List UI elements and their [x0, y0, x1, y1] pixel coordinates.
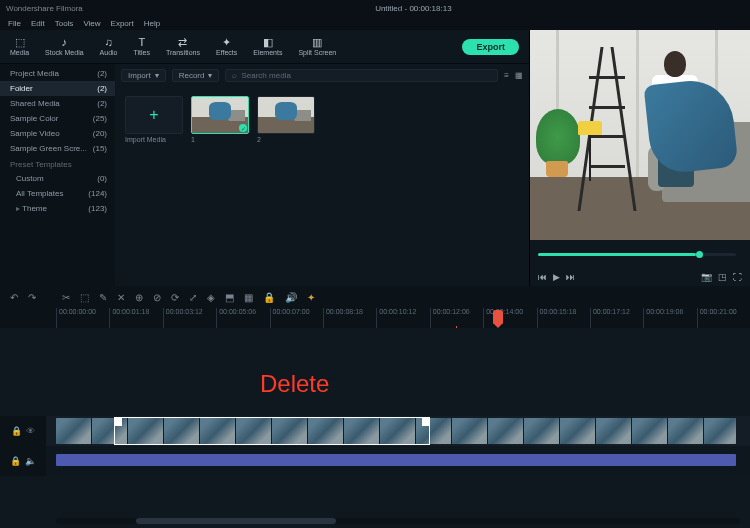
- sidebar-category: Preset Templates: [0, 156, 115, 171]
- speed-button[interactable]: ⊘: [153, 292, 161, 303]
- sort-icon[interactable]: ≡: [504, 71, 509, 80]
- media-controls: Import▾ Record▾ ⌕Search media ≡ ▦: [115, 64, 529, 86]
- import-media-tile[interactable]: + Import Media: [125, 96, 183, 143]
- sidebar-item-custom[interactable]: Custom(0): [0, 171, 115, 186]
- menu-bar: File Edit Tools View Export Help: [0, 16, 750, 30]
- tab-transitions[interactable]: ⇄Transitions: [166, 37, 200, 56]
- chevron-down-icon: ▾: [155, 71, 159, 80]
- lock-icon[interactable]: 🔒: [11, 426, 22, 436]
- sidebar-item-folder[interactable]: Folder(2): [0, 81, 115, 96]
- search-icon: ⌕: [232, 71, 237, 80]
- sidebar-item-shared-media[interactable]: Shared Media(2): [0, 96, 115, 111]
- audio-icon: ♫: [104, 37, 112, 48]
- tab-stock-media[interactable]: ♪Stock Media: [45, 37, 84, 56]
- menu-view[interactable]: View: [83, 19, 100, 28]
- rotate-button[interactable]: ⟳: [171, 292, 179, 303]
- effects-icon: ✦: [222, 37, 231, 48]
- timeline-ruler[interactable]: 00:00:00:00 00:00:01:18 00:00:03:12 00:0…: [0, 308, 750, 328]
- sidebar-item-sample-video[interactable]: Sample Video(20): [0, 126, 115, 141]
- ruler-tick: 00:00:01:18: [109, 308, 162, 328]
- edit-button[interactable]: ✎: [99, 292, 107, 303]
- split-icon: ▥: [312, 37, 322, 48]
- tab-audio[interactable]: ♫Audio: [100, 37, 118, 56]
- color-button[interactable]: ◈: [207, 292, 215, 303]
- menu-tools[interactable]: Tools: [55, 19, 74, 28]
- preview-scrubber[interactable]: [538, 253, 736, 256]
- playhead[interactable]: [456, 310, 457, 328]
- grid-view-icon[interactable]: ▦: [515, 71, 523, 80]
- ruler-tick: 00:00:05:06: [216, 308, 269, 328]
- titles-icon: T: [138, 37, 145, 48]
- eye-icon[interactable]: 👁: [26, 426, 35, 436]
- volume-button[interactable]: 🔊: [285, 292, 297, 303]
- track-head-video[interactable]: 🔒 👁: [0, 416, 46, 446]
- audio-track[interactable]: 🔒 🔈: [0, 446, 750, 476]
- title-bar: Wondershare Filmora Untitled - 00:00:18:…: [0, 0, 750, 16]
- tab-split-screen[interactable]: ▥Split Screen: [298, 37, 336, 56]
- lock-button[interactable]: 🔒: [263, 292, 275, 303]
- video-track[interactable]: 🔒 👁: [0, 416, 750, 446]
- app-title: Wondershare Filmora: [6, 4, 83, 13]
- prev-frame-button[interactable]: ⏮: [538, 272, 547, 282]
- ruler-tick: 00:00:00:00: [56, 308, 109, 328]
- grid-button[interactable]: ▦: [244, 292, 253, 303]
- ruler-tick: 00:00:14:00: [483, 308, 536, 328]
- chevron-down-icon: ▾: [208, 71, 212, 80]
- timeline-tracks: Delete 🔒 👁 🔒 🔈: [0, 328, 750, 528]
- mute-icon[interactable]: 🔈: [25, 456, 36, 466]
- fullscreen-button[interactable]: ⛶: [733, 272, 742, 282]
- add-button[interactable]: ⊕: [135, 292, 143, 303]
- tab-titles[interactable]: TTitles: [134, 37, 150, 56]
- timeline-scrollbar[interactable]: [56, 518, 740, 524]
- audio-clip[interactable]: [56, 454, 736, 466]
- ruler-tick: 00:00:19:06: [643, 308, 696, 328]
- menu-edit[interactable]: Edit: [31, 19, 45, 28]
- menu-file[interactable]: File: [8, 19, 21, 28]
- playhead-icon: [493, 310, 503, 324]
- ruler-tick: 00:00:08:18: [323, 308, 376, 328]
- next-frame-button[interactable]: ⏭: [566, 272, 575, 282]
- play-button[interactable]: ▶: [553, 272, 560, 282]
- sidebar-item-theme[interactable]: ▸ Theme(123): [0, 201, 115, 216]
- ruler-tick: 00:00:21:00: [697, 308, 750, 328]
- menu-help[interactable]: Help: [144, 19, 160, 28]
- search-input[interactable]: ⌕Search media: [225, 69, 498, 82]
- clip-selection[interactable]: [114, 417, 430, 445]
- media-icon: ⬚: [15, 37, 25, 48]
- quality-button[interactable]: ◳: [718, 272, 727, 282]
- tab-media[interactable]: ⬚Media: [10, 37, 29, 56]
- annotation-delete: Delete: [260, 370, 329, 398]
- tab-effects[interactable]: ✦Effects: [216, 37, 237, 56]
- media-thumbnails: + Import Media ✓ 1 2: [115, 86, 529, 286]
- project-label: Untitled - 00:00:18:13: [83, 4, 744, 13]
- media-thumb-2[interactable]: 2: [257, 96, 315, 143]
- undo-button[interactable]: ↶: [10, 292, 18, 303]
- redo-button[interactable]: ↷: [28, 292, 36, 303]
- menu-export[interactable]: Export: [111, 19, 134, 28]
- sidebar-item-project-media[interactable]: Project Media(2): [0, 66, 115, 81]
- sidebar-item-sample-color[interactable]: Sample Color(25): [0, 111, 115, 126]
- lock-icon[interactable]: 🔒: [10, 456, 21, 466]
- snapshot-button[interactable]: 📷: [701, 272, 712, 282]
- record-dropdown[interactable]: Record▾: [172, 69, 220, 82]
- elements-icon: ◧: [263, 37, 273, 48]
- import-dropdown[interactable]: Import▾: [121, 69, 166, 82]
- sidebar-item-sample-green[interactable]: Sample Green Scre...(15): [0, 141, 115, 156]
- fit-button[interactable]: ⤢: [189, 292, 197, 303]
- crop-button[interactable]: ⬚: [80, 292, 89, 303]
- mask-button[interactable]: ⬒: [225, 292, 234, 303]
- preview-canvas[interactable]: [530, 30, 750, 240]
- media-thumb-1[interactable]: ✓ 1: [191, 96, 249, 143]
- export-button[interactable]: Export: [462, 39, 519, 55]
- transitions-icon: ⇄: [178, 37, 187, 48]
- media-sidebar: Project Media(2) Folder(2) Shared Media(…: [0, 64, 115, 286]
- preview-controls: [530, 240, 750, 268]
- sidebar-item-all-templates[interactable]: All Templates(124): [0, 186, 115, 201]
- effects-button[interactable]: ✦: [307, 292, 315, 303]
- track-head-audio[interactable]: 🔒 🔈: [0, 446, 46, 476]
- tab-elements[interactable]: ◧Elements: [253, 37, 282, 56]
- stock-icon: ♪: [62, 37, 68, 48]
- delete-button[interactable]: ✕: [117, 292, 125, 303]
- preview-panel: ⏮ ▶ ⏭ 📷 ◳ ⛶: [530, 30, 750, 286]
- cut-button[interactable]: ✂: [62, 292, 70, 303]
